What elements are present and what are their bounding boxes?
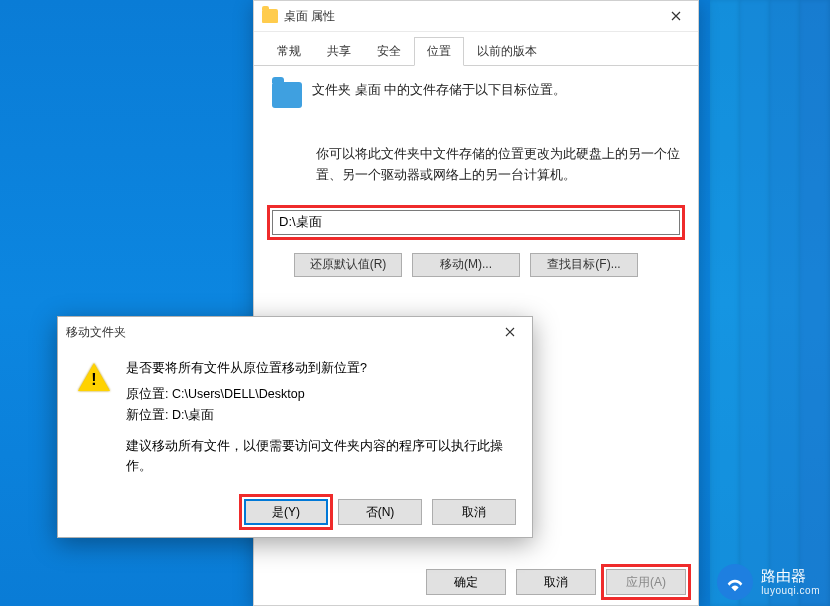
properties-footer-buttons: 确定 取消 应用(A) xyxy=(426,569,686,595)
location-description-1: 文件夹 桌面 中的文件存储于以下目标位置。 xyxy=(312,80,566,101)
move-folder-dialog: 移动文件夹 ! 是否要将所有文件从原位置移动到新位置? 原位置: C:\User… xyxy=(57,316,533,538)
find-target-button[interactable]: 查找目标(F)... xyxy=(530,253,638,277)
path-value: D:\桌面 xyxy=(279,213,322,231)
watermark-domain: luyouqi.com xyxy=(761,585,820,596)
window-title: 桌面 属性 xyxy=(284,8,335,25)
dialog-orig-line: 原位置: C:\Users\DELL\Desktop xyxy=(126,385,512,404)
tab-security[interactable]: 安全 xyxy=(364,37,414,66)
warning-icon: ! xyxy=(78,363,110,393)
path-input[interactable]: D:\桌面 xyxy=(272,210,680,235)
dialog-title: 移动文件夹 xyxy=(66,324,126,341)
tab-strip: 常规 共享 安全 位置 以前的版本 xyxy=(254,32,698,66)
cancel-button[interactable]: 取消 xyxy=(516,569,596,595)
tab-previous-versions[interactable]: 以前的版本 xyxy=(464,37,550,66)
close-icon xyxy=(505,327,515,337)
dialog-question: 是否要将所有文件从原位置移动到新位置? xyxy=(126,359,512,378)
dialog-close-button[interactable] xyxy=(487,317,532,347)
close-icon xyxy=(671,11,681,21)
dialog-new-line: 新位置: D:\桌面 xyxy=(126,406,512,425)
dialog-cancel-button[interactable]: 取消 xyxy=(432,499,516,525)
dialog-advice: 建议移动所有文件，以便需要访问文件夹内容的程序可以执行此操作。 xyxy=(126,437,512,476)
restore-defaults-button[interactable]: 还原默认值(R) xyxy=(294,253,402,277)
tab-location[interactable]: 位置 xyxy=(414,37,464,66)
decorative-stripes xyxy=(710,0,830,606)
dialog-titlebar[interactable]: 移动文件夹 xyxy=(58,317,532,347)
folder-icon xyxy=(262,9,278,23)
watermark-logo-icon xyxy=(717,564,753,600)
yes-button[interactable]: 是(Y) xyxy=(244,499,328,525)
tab-general[interactable]: 常规 xyxy=(264,37,314,66)
apply-button[interactable]: 应用(A) xyxy=(606,569,686,595)
desktop-folder-icon xyxy=(272,82,302,108)
tab-share[interactable]: 共享 xyxy=(314,37,364,66)
move-button[interactable]: 移动(M)... xyxy=(412,253,520,277)
no-button[interactable]: 否(N) xyxy=(338,499,422,525)
location-description-2: 你可以将此文件夹中文件存储的位置更改为此硬盘上的另一个位置、另一个驱动器或网络上… xyxy=(316,144,680,186)
properties-titlebar[interactable]: 桌面 属性 xyxy=(254,1,698,32)
ok-button[interactable]: 确定 xyxy=(426,569,506,595)
desktop-background: 桌面 属性 常规 共享 安全 位置 以前的版本 文件夹 桌面 中的文件存储于以下… xyxy=(0,0,830,606)
watermark-brand: 路由器 xyxy=(761,568,820,585)
close-button[interactable] xyxy=(653,1,698,31)
location-tab-body: 文件夹 桌面 中的文件存储于以下目标位置。 你可以将此文件夹中文件存储的位置更改… xyxy=(254,66,698,287)
watermark: 路由器 luyouqi.com xyxy=(717,564,820,600)
